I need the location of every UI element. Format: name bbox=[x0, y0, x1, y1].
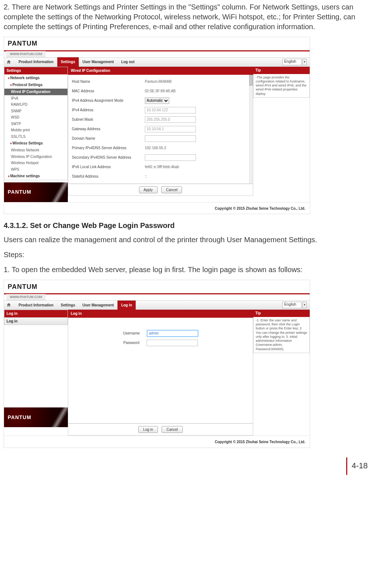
screenshot-login: PANTUM WWW.PANTUM.COM Product Informatio… bbox=[4, 280, 310, 448]
row-username: Username bbox=[72, 329, 249, 338]
row-ipv4-assign: IPv4 Address Assignment Mode Automatic bbox=[72, 96, 249, 105]
tip-header: Tip bbox=[253, 67, 310, 74]
sidebar-wireless-settings[interactable]: ▾Wireless Settings bbox=[4, 140, 67, 147]
sidebar-item-ipv6[interactable]: IPv6 bbox=[4, 95, 67, 102]
row-mac: MAC Address 02:0E:3F:88:48:AB bbox=[72, 86, 249, 96]
main-nav-2: Product Information Settings User Manage… bbox=[4, 300, 310, 310]
sidebar-header-login: Log in bbox=[4, 310, 67, 317]
url-bar: WWW.PANTUM.COM bbox=[6, 51, 46, 57]
row-secondary-dns: Secondary IPv4DNS Server Address bbox=[72, 153, 249, 162]
sidebar-wireless-settings-label: Wireless Settings bbox=[12, 141, 43, 145]
label-mac: MAC Address bbox=[72, 89, 145, 94]
sidebar-machine-settings[interactable]: ▾Machine settings bbox=[4, 173, 67, 180]
nav-user-mgmt[interactable]: User Management bbox=[79, 57, 117, 67]
language-selector[interactable]: English ▾ bbox=[282, 59, 307, 65]
cancel-button-2[interactable]: Cancel bbox=[162, 426, 182, 433]
input-ipv4-addr[interactable] bbox=[145, 107, 196, 113]
label-subnet: Subnet Mask bbox=[72, 117, 145, 122]
promo-banner-2: PANTUM bbox=[4, 407, 68, 427]
sidebar-item-wireless-network[interactable]: Wireless Network bbox=[4, 147, 67, 154]
row-primary-dns: Primary IPv4DNS Server Address 192.168.5… bbox=[72, 143, 249, 153]
page-footer: 4-18 bbox=[4, 459, 371, 473]
sidebar-item-wps[interactable]: WPS bbox=[4, 166, 67, 173]
promo-brand-2: PANTUM bbox=[8, 414, 31, 421]
input-gateway[interactable] bbox=[145, 126, 196, 132]
button-row-2: Log in Cancel bbox=[68, 423, 253, 436]
input-domain[interactable] bbox=[145, 135, 196, 142]
nav-settings[interactable]: Settings bbox=[57, 57, 79, 67]
para-user-mgmt: Users can realize the management and con… bbox=[4, 235, 371, 245]
scrollbar-thumb[interactable] bbox=[249, 75, 253, 86]
sidebar-item-wsd[interactable]: WSD bbox=[4, 114, 67, 121]
label-ipv6-local-link: IPv6 Local Link Address bbox=[72, 165, 145, 170]
sidebar-item-rawlpd[interactable]: RAW/LPD bbox=[4, 101, 67, 108]
sidebar-network-settings[interactable]: ▾Network settings bbox=[4, 74, 67, 82]
home-icon[interactable] bbox=[6, 59, 11, 65]
chevron-down-icon[interactable]: ▾ bbox=[302, 59, 307, 65]
sidebar-item-wireless-hotspot[interactable]: Wireless Hotspot bbox=[4, 160, 67, 166]
sidebar-protocol-settings[interactable]: ▾Protocol Settings bbox=[4, 81, 67, 89]
row-host-name: Host Name Pantum-8848AB bbox=[72, 77, 249, 86]
sidebar-item-snmp[interactable]: SNMP bbox=[4, 108, 67, 115]
select-ipv4-assign[interactable]: Automatic bbox=[145, 97, 169, 104]
copyright-footer-2: Copyright © 2015 Zhuhai Seine Technology… bbox=[4, 436, 310, 448]
label-host-name: Host Name bbox=[72, 79, 145, 84]
label-domain: Domain Name bbox=[72, 136, 145, 141]
cancel-button[interactable]: Cancel bbox=[161, 186, 182, 194]
language-value[interactable]: English bbox=[282, 59, 302, 65]
sidebar-2: Log in Log in PANTUM bbox=[4, 310, 68, 427]
screenshot-settings: PANTUM WWW.PANTUM.COM Product Informatio… bbox=[4, 37, 310, 214]
sidebar-item-ssl-tls[interactable]: SSL/TLS bbox=[4, 134, 67, 140]
input-secondary-dns[interactable] bbox=[145, 154, 196, 161]
sidebar-item-smtp[interactable]: SMTP bbox=[4, 121, 67, 127]
sidebar-header-settings: Settings bbox=[4, 67, 67, 74]
chevron-down-icon-2[interactable]: ▾ bbox=[302, 302, 307, 308]
sidebar-item-wired-ip[interactable]: Wired IP Configuration bbox=[4, 89, 67, 95]
nav-log-in[interactable]: Log in bbox=[117, 301, 136, 310]
sidebar-machine-settings-label: Machine settings bbox=[10, 174, 40, 178]
sidebar-item-login[interactable]: Log in bbox=[4, 317, 67, 325]
scrollbar-track[interactable] bbox=[249, 75, 253, 183]
heading-4312: 4.3.1.2. Set or Change Web Page Login Pa… bbox=[4, 221, 371, 231]
label-ipv4-addr: IPv4 Address bbox=[72, 108, 145, 113]
label-gateway: Gateway Address bbox=[72, 127, 145, 132]
promo-banner: PANTUM bbox=[4, 182, 68, 202]
language-value-2[interactable]: English bbox=[282, 302, 302, 308]
value-stateful: :: bbox=[145, 174, 147, 179]
row-gateway: Gateway Address bbox=[72, 124, 249, 134]
value-mac: 02:0E:3F:88:48:AB bbox=[145, 89, 176, 94]
value-primary-dns: 192.168.55.3 bbox=[145, 146, 166, 151]
login-button[interactable]: Log in bbox=[138, 426, 158, 433]
language-selector-2[interactable]: English ▾ bbox=[282, 302, 307, 308]
label-username: Username bbox=[123, 331, 140, 336]
nav-settings-2[interactable]: Settings bbox=[57, 301, 79, 310]
panel-title-2: Log in bbox=[68, 310, 253, 318]
label-secondary-dns: Secondary IPv4DNS Server Address bbox=[72, 155, 145, 160]
url-bar-2: WWW.PANTUM.COM bbox=[6, 294, 46, 300]
home-icon-2[interactable] bbox=[6, 302, 11, 307]
main-panel: Wired IP Configuration Host Name Pantum-… bbox=[68, 67, 253, 196]
value-host-name: Pantum-8848AB bbox=[145, 79, 171, 84]
apply-button[interactable]: Apply bbox=[139, 186, 158, 194]
input-password[interactable] bbox=[147, 340, 198, 346]
sidebar: Settings ▾Network settings ▾Protocol Set… bbox=[4, 67, 68, 202]
nav-log-out[interactable]: Log out bbox=[117, 57, 138, 67]
nav-user-mgmt-2[interactable]: User Management bbox=[79, 301, 117, 310]
tip-panel-2: Tip -1. Enter the user name and password… bbox=[253, 310, 310, 353]
tip-panel: Tip -The page provides the configuration… bbox=[253, 67, 310, 98]
row-ipv4-addr: IPv4 Address bbox=[72, 105, 249, 115]
page-footer-bar bbox=[346, 457, 347, 475]
panel-body-2: Username Password bbox=[68, 318, 253, 423]
sidebar-item-wireless-ip[interactable]: Wireless IP Configuration bbox=[4, 154, 67, 160]
button-row: Apply Cancel bbox=[68, 184, 253, 196]
sidebar-item-mobile-print[interactable]: Mobile print bbox=[4, 127, 67, 134]
input-subnet[interactable] bbox=[145, 116, 196, 123]
nav-product-info-2[interactable]: Product Information bbox=[15, 301, 57, 310]
page-number: 4-18 bbox=[352, 460, 368, 471]
row-password: Password bbox=[72, 338, 249, 348]
input-username[interactable] bbox=[147, 330, 198, 337]
nav-product-info[interactable]: Product Information bbox=[15, 57, 57, 67]
main-panel-2: Log in Username Password Log in Cancel bbox=[68, 310, 253, 436]
label-stateful: Stateful Address bbox=[72, 174, 145, 179]
panel-title: Wired IP Configuration bbox=[68, 67, 253, 75]
